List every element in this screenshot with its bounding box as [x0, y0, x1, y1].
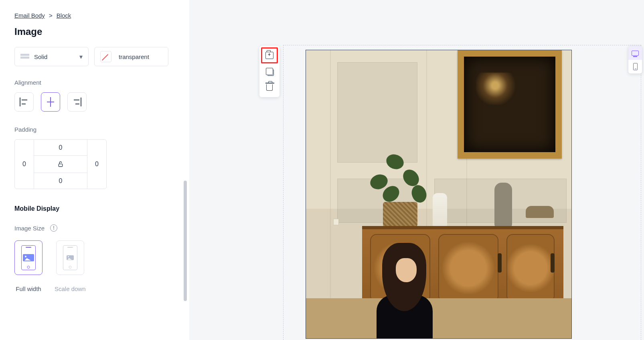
unlock-icon: [57, 161, 64, 168]
desktop-icon: [632, 51, 639, 56]
breadcrumb-root[interactable]: Email Body: [14, 12, 45, 19]
image-preview: [306, 50, 571, 338]
align-right-button[interactable]: [67, 92, 87, 112]
align-left-button[interactable]: [14, 92, 34, 112]
image-size-label: Image Size: [14, 225, 45, 232]
phone-icon: [21, 245, 36, 270]
breadcrumb: Email Body > Block: [14, 12, 175, 19]
border-color-value: transparent: [119, 53, 149, 60]
border-style-value: Solid: [34, 53, 47, 60]
info-icon[interactable]: !: [50, 224, 57, 232]
duplicate-block-button[interactable]: [261, 63, 278, 79]
settings-panel: Email Body > Block Image Solid ▾ transpa…: [0, 0, 189, 340]
editor-canvas: [189, 0, 644, 340]
selected-image-block[interactable]: [306, 50, 572, 339]
panel-title: Image: [14, 26, 175, 37]
device-mobile-button[interactable]: [628, 60, 642, 73]
block-toolbar: [259, 46, 279, 97]
transparent-swatch-icon: [100, 51, 111, 62]
alignment-label: Alignment: [14, 79, 175, 86]
image-size-options: Full width Scale down: [14, 240, 175, 292]
image-icon: [67, 255, 74, 260]
border-color-picker[interactable]: transparent: [94, 47, 168, 66]
align-center-icon: [46, 98, 55, 106]
alignment-buttons: [14, 92, 175, 112]
chevron-down-icon: ▾: [79, 53, 83, 61]
padding-lock-toggle[interactable]: [34, 156, 87, 173]
padding-control: 0 0 0 0: [14, 139, 107, 189]
phone-icon: [63, 245, 77, 270]
image-size-scale-down-button[interactable]: [56, 240, 84, 275]
svg-rect-0: [59, 164, 62, 167]
breadcrumb-separator: >: [49, 12, 53, 19]
align-right-icon: [73, 98, 81, 106]
breadcrumb-current[interactable]: Block: [57, 12, 71, 19]
trash-icon: [266, 84, 273, 91]
padding-label: Padding: [14, 126, 175, 133]
mobile-icon: [633, 63, 638, 70]
padding-right-input[interactable]: 0: [87, 140, 106, 189]
padding-bottom-input[interactable]: 0: [34, 173, 87, 189]
device-desktop-button[interactable]: [628, 46, 642, 60]
folder-plus-icon: [265, 52, 273, 59]
image-size-full-width-button[interactable]: [14, 240, 43, 275]
border-style-dropdown[interactable]: Solid ▾: [14, 47, 89, 66]
mobile-display-heading: Mobile Display: [14, 205, 175, 212]
image-size-scale-down-label: Scale down: [55, 285, 86, 292]
delete-block-button[interactable]: [261, 79, 278, 96]
align-center-button[interactable]: [41, 92, 60, 112]
padding-left-input[interactable]: 0: [15, 140, 34, 189]
padding-top-input[interactable]: 0: [34, 140, 87, 156]
insert-block-button[interactable]: [261, 47, 278, 63]
image-icon: [23, 254, 34, 261]
device-preview-toggle: [628, 46, 642, 74]
solid-style-icon: [20, 54, 29, 59]
align-left-icon: [20, 98, 28, 106]
sidebar-scrollbar[interactable]: [184, 181, 187, 301]
copy-icon: [267, 69, 274, 76]
image-size-full-width-label: Full width: [16, 285, 41, 292]
